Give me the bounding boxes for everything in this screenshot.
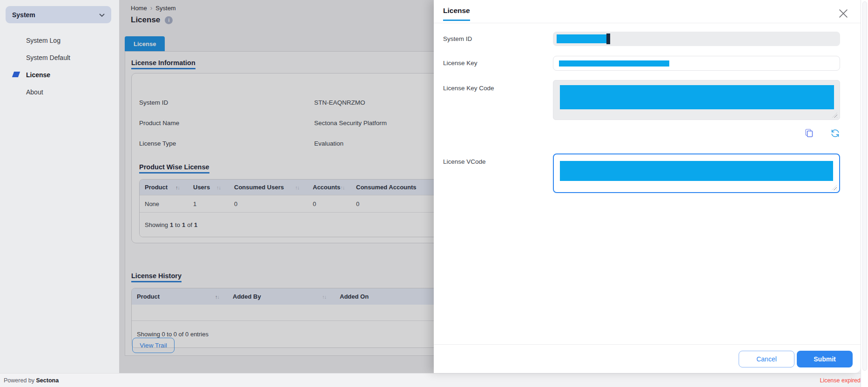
resize-handle-icon[interactable] [832, 113, 837, 118]
scrollbar-track [861, 0, 868, 387]
sidebar-nav: System Log System Default License About [0, 32, 119, 100]
sidebar-item-system-default[interactable]: System Default [0, 49, 119, 66]
app-footer: Powered by Sectona License expired [0, 373, 868, 387]
license-key-input[interactable] [553, 56, 840, 71]
sectona-mark-icon [12, 72, 20, 77]
license-drawer: License System ID License Key License Ke… [434, 0, 861, 373]
scrollbar-thumb[interactable] [862, 1, 867, 371]
sidebar-item-label: License [26, 71, 50, 79]
license-key-code-textarea[interactable] [553, 80, 840, 120]
sidebar: System System Log System Default License… [0, 0, 119, 373]
license-vcode-label: License VCode [443, 153, 553, 193]
brand-name: Sectona [36, 377, 59, 384]
drawer-backdrop[interactable] [119, 0, 434, 373]
system-id-input[interactable] [553, 32, 840, 46]
sidebar-item-license[interactable]: License [0, 66, 119, 83]
license-vcode-textarea[interactable] [553, 153, 840, 193]
drawer-fields: System ID License Key License Key Code [434, 23, 861, 193]
sidebar-item-label: System Default [26, 54, 70, 61]
sidebar-item-about[interactable]: About [0, 83, 119, 100]
text-cursor [606, 33, 610, 44]
license-vcode-redacted-value [560, 161, 833, 181]
license-key-label: License Key [443, 56, 553, 71]
sidebar-group-label: System [12, 11, 99, 19]
drawer-footer: Cancel Submit [434, 344, 861, 373]
drawer-header: License [434, 0, 861, 23]
resize-handle-icon[interactable] [832, 185, 837, 190]
sidebar-item-label: About [26, 88, 43, 96]
refresh-icon[interactable] [830, 127, 840, 139]
powered-by: Powered by Sectona [4, 377, 59, 384]
sidebar-group-system[interactable]: System [6, 6, 111, 23]
field-row-license-key: License Key [443, 56, 861, 71]
license-status-badge: License expired [820, 377, 861, 384]
powered-by-prefix: Powered by [4, 377, 34, 384]
submit-button[interactable]: Submit [797, 351, 853, 367]
cancel-button[interactable]: Cancel [739, 351, 794, 367]
sidebar-item-label: System Log [26, 37, 61, 44]
license-key-code-redacted-value [560, 85, 834, 109]
close-icon[interactable] [839, 9, 848, 18]
field-row-system-id: System ID [443, 32, 861, 46]
chevron-down-icon [99, 11, 105, 19]
key-code-actions [553, 127, 840, 139]
drawer-tab-license[interactable]: License [443, 7, 470, 21]
license-key-redacted-value [559, 60, 669, 67]
copy-icon[interactable] [804, 127, 814, 139]
system-id-redacted-value [557, 34, 606, 43]
system-id-label: System ID [443, 32, 553, 46]
license-key-code-label: License Key Code [443, 80, 553, 120]
field-row-license-key-code: License Key Code [443, 80, 861, 120]
sidebar-item-system-log[interactable]: System Log [0, 32, 119, 49]
field-row-license-vcode: License VCode [443, 153, 861, 193]
